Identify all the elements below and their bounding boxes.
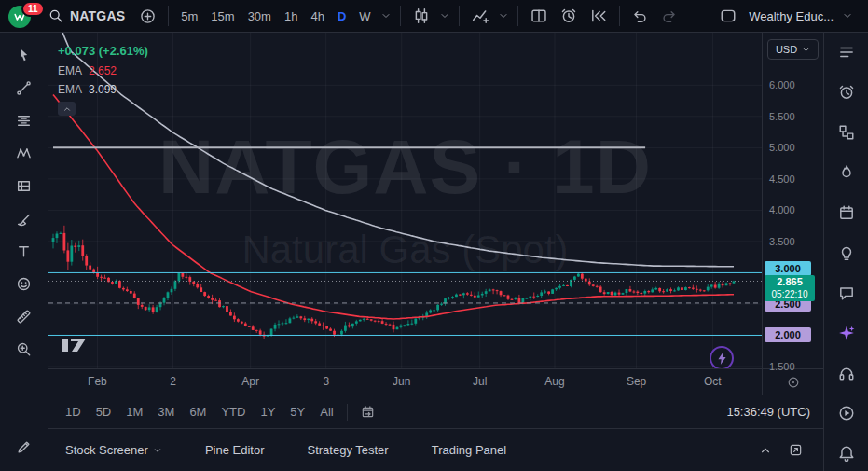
chevron-down-icon[interactable] — [840, 7, 855, 25]
time-axis-label: Jul — [473, 375, 487, 388]
panel-open-icon[interactable] — [759, 444, 772, 457]
indicator-label: EMA — [58, 64, 82, 77]
chevron-down-icon — [153, 446, 162, 455]
save-layout-icon[interactable] — [714, 4, 742, 28]
timeframe-30m[interactable]: 30m — [242, 6, 277, 27]
edit-pencil-tool[interactable] — [8, 432, 40, 462]
object-tree-icon[interactable] — [836, 122, 857, 143]
time-axis-label: Apr — [241, 375, 259, 388]
range-All[interactable]: All — [312, 402, 340, 422]
tab-label: Trading Panel — [432, 443, 506, 457]
price-tick: 3.500 — [769, 236, 795, 247]
axis-settings-corner[interactable] — [763, 368, 823, 395]
top-toolbar: 11 NATGAS 5m 15m 30m 1h 4h D W Wealthy — [0, 0, 868, 33]
calendar-icon[interactable] — [836, 202, 857, 223]
support-icon[interactable] — [836, 363, 857, 383]
currency-selector[interactable]: USD — [767, 39, 819, 60]
panel-controls — [759, 443, 806, 457]
range-1M[interactable]: 1M — [118, 402, 150, 422]
legend-collapse-button[interactable] — [58, 102, 76, 116]
tab-trading-panel[interactable]: Trading Panel — [432, 443, 506, 457]
panel-maximize-icon[interactable] — [789, 443, 803, 457]
main-row: NATGAS · 1D Natural Gas (Spot) +0.073 (+… — [0, 33, 868, 471]
price-tick: 5.500 — [769, 111, 795, 122]
symbol-name: NATGAS — [70, 8, 125, 23]
pattern-xabcd-tool[interactable] — [8, 138, 40, 168]
time-axis-label: 2 — [170, 375, 176, 388]
instant-trading-icon[interactable] — [710, 346, 734, 368]
legend: +0.073 (+2.61%) EMA2.652 EMA3.099 — [58, 44, 148, 116]
axis-settings-icon — [787, 376, 800, 389]
indicator-ema-fast[interactable]: EMA2.652 — [58, 64, 148, 77]
trading-app: 11 NATGAS 5m 15m 30m 1h 4h D W Wealthy — [0, 0, 868, 471]
bar-replay-icon[interactable] — [585, 4, 613, 28]
redo-icon[interactable] — [655, 5, 682, 28]
notification-badge[interactable]: 11 — [21, 1, 45, 17]
compare-add-icon[interactable] — [134, 5, 161, 28]
trend-line-tool[interactable] — [8, 73, 40, 103]
chevron-down-icon[interactable] — [379, 7, 393, 25]
notifications-icon[interactable] — [836, 443, 857, 464]
timeframe-15m[interactable]: 15m — [205, 6, 240, 27]
chevron-down-icon[interactable] — [437, 7, 452, 25]
emoji-tool[interactable] — [8, 269, 40, 298]
toolbar-divider — [400, 6, 401, 26]
layout-grid-icon[interactable] — [525, 4, 553, 28]
alerts-icon[interactable] — [836, 82, 857, 103]
price-scale[interactable]: USD 2.865 05:22:10 6.0005.5005.0004.5004… — [763, 33, 823, 368]
timeframe-1D[interactable]: D — [332, 6, 351, 27]
forecast-tool[interactable] — [8, 171, 40, 201]
tab-pine-editor[interactable]: Pine Editor — [205, 443, 265, 457]
range-1Y[interactable]: 1Y — [253, 402, 282, 422]
price-tick: 5.000 — [769, 142, 795, 153]
brush-tool[interactable] — [8, 203, 40, 233]
chat-icon[interactable] — [836, 283, 857, 303]
watchlist-icon[interactable] — [836, 42, 857, 62]
app-logo[interactable]: 11 — [6, 2, 39, 30]
create-alert-icon[interactable] — [555, 4, 583, 28]
bar-countdown: 05:22:10 — [765, 288, 815, 300]
ai-sparkle-icon[interactable] — [836, 323, 857, 343]
range-1D[interactable]: 1D — [58, 402, 89, 422]
search-icon — [48, 8, 63, 23]
cursor-tool[interactable] — [8, 40, 40, 70]
time-axis[interactable]: Feb2Apr3JunJulAugSepOct — [48, 368, 762, 395]
price-level-badge: 3.000 — [765, 261, 811, 276]
measure-tool[interactable] — [8, 301, 40, 331]
price-change: +0.073 (+2.61%) — [58, 44, 148, 58]
data-window-icon[interactable] — [836, 403, 857, 423]
indicator-ema-slow[interactable]: EMA3.099 — [58, 83, 148, 96]
tab-strategy-tester[interactable]: Strategy Tester — [307, 443, 388, 457]
date-range-toolbar: 1D 5D 1M 3M 6M YTD 1Y 5Y All 15:36:49 (U… — [48, 395, 823, 428]
range-5D[interactable]: 5D — [89, 402, 119, 422]
range-3M[interactable]: 3M — [150, 402, 182, 422]
range-6M[interactable]: 6M — [182, 402, 214, 422]
timeframe-4h[interactable]: 4h — [305, 6, 329, 27]
hotlists-icon[interactable] — [836, 162, 857, 183]
topbar-right-group: Wealthy Educ... — [714, 4, 862, 28]
chevron-down-icon[interactable] — [496, 7, 511, 25]
timeframe-1W[interactable]: W — [353, 6, 376, 27]
indicators-icon[interactable] — [466, 4, 494, 28]
fibonacci-tool[interactable] — [8, 105, 40, 135]
timeframe-1h[interactable]: 1h — [279, 6, 303, 27]
plot-column: NATGAS · 1D Natural Gas (Spot) +0.073 (+… — [48, 33, 762, 395]
server-clock[interactable]: 15:36:49 (UTC) — [726, 405, 814, 419]
tab-stock-screener[interactable]: Stock Screener — [65, 443, 162, 457]
text-tool[interactable] — [8, 236, 40, 266]
undo-icon[interactable] — [627, 5, 654, 28]
goto-date-icon[interactable] — [353, 402, 382, 422]
indicator-value: 3.099 — [89, 83, 117, 96]
tab-label: Pine Editor — [205, 443, 265, 457]
chart-canvas[interactable]: NATGAS · 1D Natural Gas (Spot) +0.073 (+… — [48, 33, 762, 368]
range-YTD[interactable]: YTD — [214, 402, 253, 422]
account-name[interactable]: Wealthy Educ... — [749, 9, 834, 23]
timeframe-5m[interactable]: 5m — [175, 6, 203, 27]
price-chart[interactable] — [48, 33, 762, 368]
zoom-tool[interactable] — [8, 334, 40, 364]
ideas-icon[interactable] — [836, 242, 857, 263]
symbol-search[interactable]: NATGAS — [41, 5, 132, 27]
range-5Y[interactable]: 5Y — [282, 402, 312, 422]
tradingview-logo-icon[interactable] — [62, 337, 90, 356]
candle-style-icon[interactable] — [407, 4, 435, 28]
